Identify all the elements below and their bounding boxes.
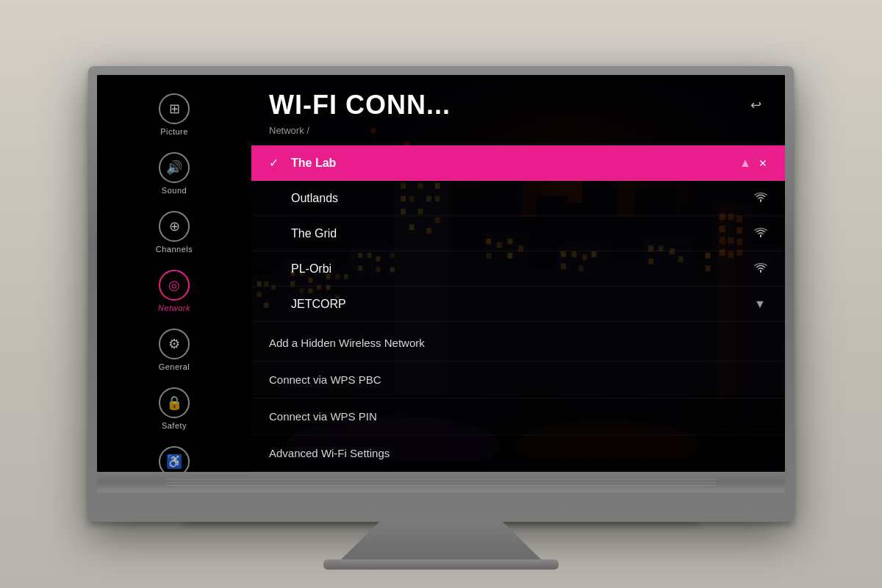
connect-wps-pin-label: Connect via WPS PIN (269, 410, 377, 423)
network-name-outlands: Outlands (291, 192, 754, 205)
picture-icon: ⊞ (159, 93, 190, 124)
tv-frame: ⊞ Picture 🔊 Sound ⊕ Channels ◎ Network ⚙ (88, 66, 794, 522)
network-signal-the-lab: ✕ (759, 157, 767, 169)
sound-icon: 🔊 (159, 152, 190, 183)
main-panel: WI-FI CONN... ↩ Network / ✓ The Lab ▲ ✕ (251, 75, 785, 472)
scroll-up-icon: ▲ (738, 157, 753, 170)
add-hidden-network[interactable]: Add a Hidden Wireless Network (251, 325, 785, 362)
sidebar: ⊞ Picture 🔊 Sound ⊕ Channels ◎ Network ⚙ (97, 75, 251, 472)
accessibility-icon: ♿ (159, 446, 190, 472)
connect-wps-pbc-label: Connect via WPS PBC (269, 373, 381, 386)
bezel-line-1 (166, 479, 717, 480)
network-item-jetcorp[interactable]: ✓ JETCORP ▼ (251, 287, 785, 322)
network-item-pl-orbi[interactable]: ✓ PL-Orbi (251, 251, 785, 287)
bezel-line-2 (166, 482, 717, 483)
breadcrumb: Network / (269, 125, 767, 136)
advanced-wifi[interactable]: Advanced Wi-Fi Settings (251, 435, 785, 472)
sidebar-item-general[interactable]: ⚙ General (97, 321, 251, 379)
panel-header: WI-FI CONN... ↩ Network / (251, 75, 785, 146)
connect-wps-pbc[interactable]: Connect via WPS PBC (251, 362, 785, 398)
add-hidden-label: Add a Hidden Wireless Network (269, 337, 425, 349)
general-icon: ⚙ (159, 329, 190, 359)
safety-icon: 🔒 (159, 387, 190, 418)
network-signal-pl-orbi (754, 262, 767, 275)
panel-title-row: WI-FI CONN... ↩ (269, 90, 767, 121)
sidebar-item-accessibility[interactable]: ♿ Accessibility (97, 439, 251, 472)
extra-options: Add a Hidden Wireless Network Connect vi… (251, 322, 785, 472)
check-spacer-the-grid: ✓ (269, 226, 284, 240)
sidebar-label-picture: Picture (160, 127, 188, 136)
sidebar-label-channels: Channels (156, 245, 193, 254)
network-name-jetcorp: JETCORP (291, 298, 753, 311)
network-signal-the-grid (754, 227, 767, 240)
back-button[interactable]: ↩ (744, 93, 767, 117)
network-icon: ◎ (159, 270, 190, 301)
sidebar-item-picture[interactable]: ⊞ Picture (97, 86, 251, 143)
network-signal-outlands (754, 192, 767, 204)
check-spacer-jetcorp: ✓ (269, 297, 284, 311)
network-name-the-lab: The Lab (291, 157, 738, 170)
tv-stand-base (323, 559, 559, 570)
check-spacer-pl-orbi: ✓ (269, 262, 284, 276)
advanced-wifi-label: Advanced Wi-Fi Settings (269, 447, 390, 459)
sidebar-item-sound[interactable]: 🔊 Sound (97, 145, 251, 202)
network-name-pl-orbi: PL-Orbi (291, 262, 754, 276)
sidebar-label-safety: Safety (162, 421, 187, 430)
scroll-down-icon: ▼ (753, 298, 767, 311)
connect-wps-pin[interactable]: Connect via WPS PIN (251, 398, 785, 435)
network-list[interactable]: ✓ The Lab ▲ ✕ ✓ Outlands (251, 146, 785, 472)
network-item-the-grid[interactable]: ✓ The Grid (251, 216, 785, 251)
sidebar-item-network[interactable]: ◎ Network (97, 262, 251, 320)
network-item-outlands[interactable]: ✓ Outlands (251, 181, 785, 216)
bezel-line-3 (166, 485, 717, 486)
network-name-the-grid: The Grid (291, 227, 754, 240)
channels-icon: ⊕ (159, 211, 190, 242)
network-item-the-lab[interactable]: ✓ The Lab ▲ ✕ (251, 146, 785, 181)
check-spacer-outlands: ✓ (269, 191, 284, 205)
room-background: ⊞ Picture 🔊 Sound ⊕ Channels ◎ Network ⚙ (0, 0, 882, 588)
tv-screen: ⊞ Picture 🔊 Sound ⊕ Channels ◎ Network ⚙ (97, 75, 785, 472)
tv-stand (338, 522, 544, 562)
tv-bottom-lines (166, 479, 717, 486)
check-icon: ✓ (269, 156, 284, 170)
sidebar-label-general: General (159, 362, 190, 371)
sidebar-label-sound: Sound (162, 186, 187, 195)
sidebar-label-network: Network (158, 304, 190, 312)
panel-title: WI-FI CONN... (269, 90, 451, 121)
sidebar-item-safety[interactable]: 🔒 Safety (97, 380, 251, 437)
sidebar-item-channels[interactable]: ⊕ Channels (97, 204, 251, 261)
tv-bottom-bezel (97, 472, 785, 492)
